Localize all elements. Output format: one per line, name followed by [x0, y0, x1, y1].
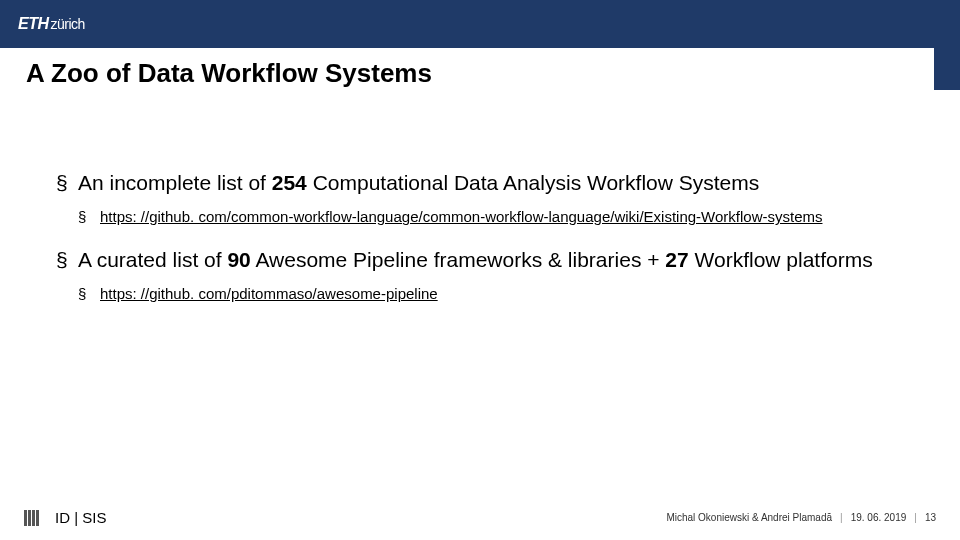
- sub-bullet-item: https: //github. com/pditommaso/awesome-…: [78, 284, 928, 304]
- bullet-text-post: Computational Data Analysis Workflow Sys…: [307, 171, 759, 194]
- footer-meta: Michal Okoniewski & Andrei Plamadă | 19.…: [666, 512, 936, 523]
- logo-main: ETH: [18, 15, 49, 32]
- corner-accent: [934, 48, 960, 90]
- slide-content: An incomplete list of 254 Computational …: [0, 89, 960, 304]
- bullet-text-mid: Awesome Pipeline frameworks & libraries …: [251, 248, 666, 271]
- footer-page-number: 13: [925, 512, 936, 523]
- bullet-text-bold: 254: [272, 171, 307, 194]
- bullet-list: An incomplete list of 254 Computational …: [56, 169, 928, 304]
- eth-logo: ETHzürich: [18, 15, 85, 33]
- bullet-text-pre: A curated list of: [78, 248, 227, 271]
- footer-date: 19. 06. 2019: [851, 512, 907, 523]
- link[interactable]: https: //github. com/common-workflow-lan…: [100, 208, 822, 225]
- sub-bullet-item: https: //github. com/common-workflow-lan…: [78, 207, 928, 227]
- footer-crest-icon: [24, 510, 39, 526]
- sub-bullet-list: https: //github. com/pditommaso/awesome-…: [78, 284, 928, 304]
- bullet-text-bold: 90: [227, 248, 250, 271]
- footer: ID | SIS Michal Okoniewski & Andrei Plam…: [0, 509, 960, 526]
- bullet-item: A curated list of 90 Awesome Pipeline fr…: [56, 246, 928, 305]
- footer-authors: Michal Okoniewski & Andrei Plamadă: [666, 512, 832, 523]
- logo-sub: zürich: [51, 16, 85, 32]
- sub-bullet-list: https: //github. com/common-workflow-lan…: [78, 207, 928, 227]
- bullet-item: An incomplete list of 254 Computational …: [56, 169, 928, 228]
- separator: |: [914, 512, 917, 523]
- footer-department: ID | SIS: [55, 509, 106, 526]
- slide-title: A Zoo of Data Workflow Systems: [0, 48, 960, 89]
- separator: |: [840, 512, 843, 523]
- bullet-text-post: Workflow platforms: [689, 248, 873, 271]
- header-bar: ETHzürich: [0, 0, 960, 48]
- link[interactable]: https: //github. com/pditommaso/awesome-…: [100, 285, 438, 302]
- bullet-text-bold2: 27: [665, 248, 688, 271]
- bullet-text-pre: An incomplete list of: [78, 171, 272, 194]
